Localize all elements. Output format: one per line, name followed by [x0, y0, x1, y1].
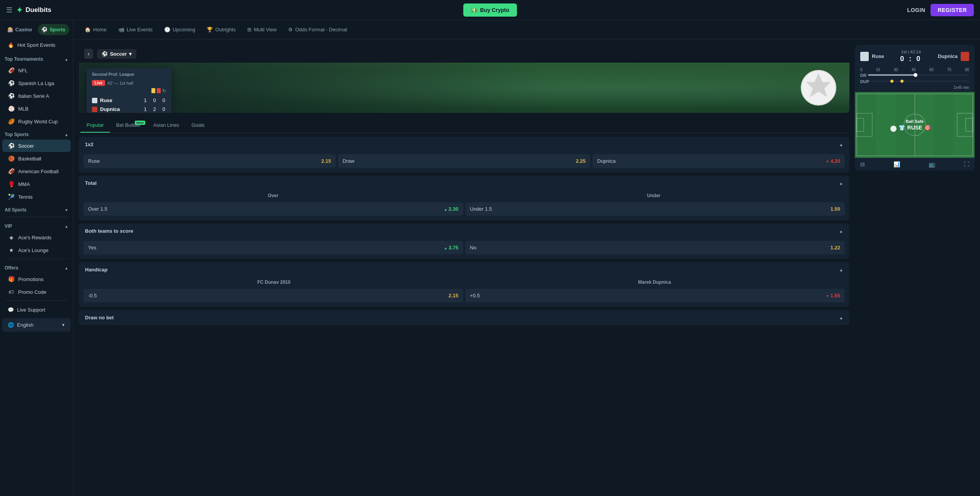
- home-goals: 1: [143, 97, 148, 103]
- match-background: Second Prof. League Live 42' — 1st half …: [79, 63, 849, 113]
- dr-progress: [868, 74, 915, 76]
- chevron-up-both: ▲: [839, 229, 843, 234]
- sidebar-item-soccer[interactable]: ⚽ Soccer: [2, 140, 71, 152]
- bet-section-header-1x2[interactable]: 1x2 ▲: [79, 137, 849, 152]
- tracker-score: 0 : 0: [900, 55, 922, 63]
- bet-section-header-draw[interactable]: Draw no bet ▲: [79, 310, 849, 325]
- away-other: 0: [161, 106, 166, 112]
- away-shirt-icon: [92, 107, 97, 112]
- dup-label: DUP: [860, 79, 869, 84]
- sidebar-item-laliga[interactable]: ⚽ Spanish La Liga: [2, 77, 71, 89]
- tab-asian-lines[interactable]: Asian Lines: [147, 118, 185, 133]
- zoom-out-icon[interactable]: ⊟: [860, 161, 865, 167]
- tracker-footer: ⊟ 📊 📺 ⛶: [855, 158, 975, 170]
- expand-icon[interactable]: ⛶: [964, 161, 969, 167]
- nav-upcoming[interactable]: 🕐 Upcoming: [159, 24, 200, 35]
- lounge-icon: ★: [8, 247, 15, 253]
- dropdown-arrow-icon: ▾: [129, 51, 132, 57]
- bet-section-draw-no-bet: Draw no bet ▲: [79, 310, 849, 325]
- dr-timeline: [868, 74, 969, 76]
- back-button[interactable]: ‹: [84, 49, 93, 59]
- divider2: [5, 259, 68, 259]
- buy-crypto-button[interactable]: 💵 Buy Crypto: [463, 3, 517, 17]
- nav-multi-view[interactable]: ⊞ Multi View: [242, 24, 282, 35]
- chevron-down-icon-lang: ▼: [61, 323, 65, 327]
- tracker-home-team: Ruse: [860, 52, 884, 61]
- money-icon: 💵: [471, 7, 477, 13]
- sidebar-item-seriea[interactable]: ⚽ Italian Serie A: [2, 90, 71, 102]
- shirt-icon-small: 👕: [898, 124, 905, 131]
- bet-options-total: Over 1.5 ▲2.30 Under 1.5 1.50: [79, 200, 849, 220]
- duration-label: 2x45 min: [860, 85, 969, 90]
- tab-popular[interactable]: Popular: [80, 118, 110, 133]
- sidebar-item-promo-code[interactable]: 🏷 Promo Code: [2, 286, 71, 298]
- basketball-icon: 🏀: [8, 155, 15, 162]
- main-content: ‹ ⚽ Soccer ▾ Second Prof. League: [73, 39, 980, 334]
- top-tournaments-header[interactable]: Top Tournaments ▲: [0, 53, 73, 64]
- dr-label: DR: [860, 73, 866, 78]
- nav-odds-format[interactable]: ⚙ Odds Format - Decimal: [283, 24, 352, 35]
- home-shirt-icon: [92, 98, 97, 103]
- all-sports-header[interactable]: All Sports ▼: [0, 203, 73, 215]
- tab-bet-builder[interactable]: Bet Builder New!: [110, 118, 147, 133]
- register-button[interactable]: REGISTER: [931, 4, 974, 16]
- bet-option-ruse[interactable]: Ruse 2.15: [83, 154, 336, 168]
- stats-icon[interactable]: 📊: [893, 161, 900, 167]
- top-tournaments-list: 🏈 NFL ⚽ Spanish La Liga ⚽ Italian Serie …: [0, 64, 73, 128]
- sidebar-item-promotions[interactable]: 🎁 Promotions: [2, 273, 71, 285]
- sport-selector[interactable]: ⚽ Soccer ▾: [97, 49, 136, 59]
- top-sports-header[interactable]: Top Sports ▲: [0, 128, 73, 139]
- score-row-home: Ruse 1 0 0: [92, 96, 166, 105]
- nav-home[interactable]: 🏠 Home: [80, 24, 112, 35]
- hamburger-icon[interactable]: ☰: [6, 6, 12, 14]
- bet-option-dupnica[interactable]: Dupnica ▼4.20: [593, 154, 845, 168]
- bet-option-under15[interactable]: Under 1.5 1.50: [465, 202, 845, 216]
- sports-tab[interactable]: ⚽ Sports: [38, 24, 70, 35]
- sidebar-item-mlb[interactable]: ⚾ MLB: [2, 102, 71, 115]
- bet-option-yes[interactable]: Yes ▲3.75: [83, 241, 463, 254]
- sidebar-item-mma[interactable]: 🥊 MMA: [2, 178, 71, 190]
- topbar-center: 💵 Buy Crypto: [463, 3, 517, 17]
- tv-icon[interactable]: 📺: [929, 161, 935, 167]
- sidebar-item-aces-lounge[interactable]: ★ Ace's Lounge: [2, 244, 71, 256]
- bet-option-over15[interactable]: Over 1.5 ▲2.30: [83, 202, 463, 216]
- soccer-ball-icon: ⚽: [102, 51, 108, 57]
- live-support-item[interactable]: 💬 Live Support: [2, 303, 71, 317]
- bet-option-no[interactable]: No 1.22: [465, 241, 845, 254]
- sidebar-item-american-football[interactable]: 🏈 American Football: [2, 165, 71, 177]
- cards-row: ↻: [92, 88, 166, 94]
- nav-live-events[interactable]: 📹 Live Events: [113, 24, 158, 35]
- topbar: ☰ ✦ Duelbits 💵 Buy Crypto LOGIN REGISTER: [0, 0, 980, 20]
- bet-section-header-both[interactable]: Both teams to score ▲: [79, 223, 849, 239]
- bet-option-handicap-plus[interactable]: +0.5 ▼1.55: [465, 289, 845, 302]
- vip-header[interactable]: VIP ▲: [0, 220, 73, 231]
- tennis-icon: 🎾: [8, 194, 15, 200]
- grid-icon: ⊞: [247, 27, 251, 32]
- logo-icon: ✦: [16, 5, 23, 15]
- sidebar-item-tennis[interactable]: 🎾 Tennis: [2, 191, 71, 203]
- tab-goals[interactable]: Goals: [185, 118, 211, 133]
- language-selector[interactable]: 🌐 English ▼: [2, 318, 71, 332]
- logo: ✦ Duelbits: [16, 5, 51, 15]
- away-shots: 2: [152, 106, 157, 112]
- sidebar-item-nfl[interactable]: 🏈 NFL: [2, 64, 71, 77]
- nav-outrights[interactable]: 🏆 Outrights: [202, 24, 241, 35]
- login-button[interactable]: LOGIN: [907, 7, 926, 13]
- main-layout: 🎰 Casino ⚽ Sports 🔥 Hot Sport Events Top…: [0, 20, 980, 496]
- sidebar-item-aces-rewards[interactable]: ◈ Ace's Rewards: [2, 231, 71, 244]
- hot-sport-events-item[interactable]: 🔥 Hot Sport Events: [2, 39, 71, 51]
- arrow-down-icon2: ▼: [826, 294, 829, 298]
- bet-option-draw[interactable]: Draw 2.25: [338, 154, 590, 168]
- sidebar-item-rugby[interactable]: 🏉 Rugby World Cup: [2, 115, 71, 128]
- gear-icon: ⚙: [288, 27, 293, 32]
- support-icon: 💬: [8, 307, 14, 313]
- sidebar-item-basketball[interactable]: 🏀 Basketball: [2, 152, 71, 165]
- bet-options-both: Yes ▲3.75 No 1.22: [79, 239, 849, 259]
- bet-section-header-handicap[interactable]: Handicap ▲: [79, 262, 849, 277]
- bet-section-header-total[interactable]: Total ▲: [79, 176, 849, 191]
- home-shirt: [860, 52, 869, 61]
- timeline-labels: 0 15 30 45 60 75 90: [860, 68, 969, 72]
- casino-tab[interactable]: 🎰 Casino: [4, 24, 36, 35]
- bet-option-handicap-minus[interactable]: -0.5 2.15: [83, 289, 463, 302]
- offers-header[interactable]: Offers ▲: [0, 261, 73, 273]
